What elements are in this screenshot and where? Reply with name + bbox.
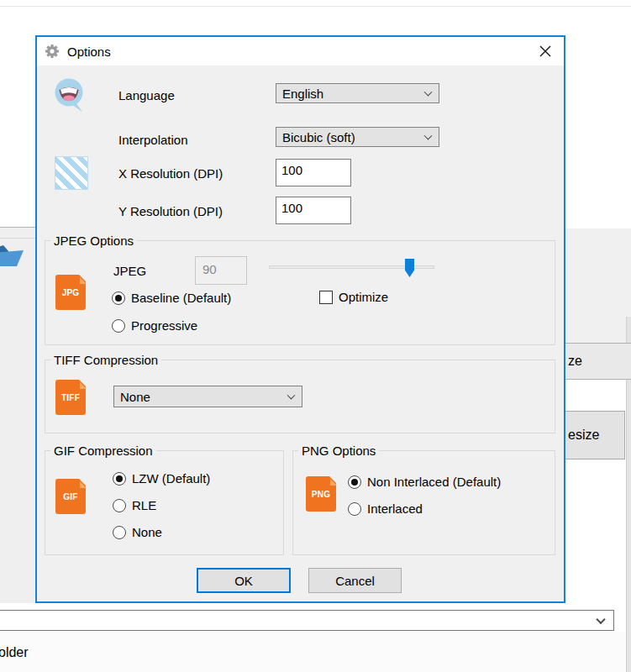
background-toolbar-line xyxy=(0,238,37,239)
background-bottom-area xyxy=(0,632,626,672)
gif-icon-text: GIF xyxy=(63,492,77,501)
y-resolution-label: Y Resolution (DPI) xyxy=(118,204,223,218)
tiff-compression-select[interactable]: None xyxy=(113,386,302,407)
folder-icon[interactable] xyxy=(0,241,25,275)
radio-gif-none-circle xyxy=(113,526,126,539)
interpolation-select[interactable]: Bicubic (soft) xyxy=(276,127,439,147)
language-select[interactable]: English xyxy=(276,83,439,103)
background-combobox[interactable] xyxy=(0,610,614,631)
radio-gif-none-label: None xyxy=(132,525,162,539)
png-icon-text: PNG xyxy=(312,490,330,499)
radio-progressive[interactable]: Progressive xyxy=(112,318,197,333)
cancel-button[interactable]: Cancel xyxy=(308,568,402,593)
jpeg-options-group: JPEG Options JPG JPEG 90 Baseline (Defau… xyxy=(45,240,555,345)
chevron-down-icon xyxy=(424,88,433,97)
radio-interlaced-circle xyxy=(348,502,361,516)
background-divider xyxy=(0,6,631,7)
background-panel xyxy=(565,228,631,343)
striped-square-icon xyxy=(55,156,88,190)
language-selected-value: English xyxy=(282,87,323,101)
tiff-group-label: TIFF Compression xyxy=(50,353,161,367)
tiff-compression-group: TIFF Compression TIFF None xyxy=(45,360,555,433)
x-resolution-label: X Resolution (DPI) xyxy=(118,166,223,181)
ok-button[interactable]: OK xyxy=(197,568,291,593)
interpolation-selected-value: Bicubic (soft) xyxy=(282,130,355,144)
speech-bubble-icon xyxy=(51,76,90,115)
radio-lzw[interactable]: LZW (Default) xyxy=(113,471,210,486)
jpg-file-icon: JPG xyxy=(55,275,86,310)
checkbox-optimize[interactable]: Optimize xyxy=(319,290,388,304)
checkbox-optimize-label: Optimize xyxy=(339,290,388,304)
gif-compression-group: GIF Compression GIF LZW (Default) RLE No… xyxy=(45,450,284,555)
interpolation-label: Interpolation xyxy=(118,133,188,147)
png-group-label: PNG Options xyxy=(298,444,379,458)
language-label: Language xyxy=(118,88,175,102)
radio-interlaced[interactable]: Interlaced xyxy=(348,501,423,516)
radio-baseline[interactable]: Baseline (Default) xyxy=(112,291,231,305)
radio-non-interlaced-label: Non Interlaced (Default) xyxy=(367,475,501,489)
gif-file-icon: GIF xyxy=(55,479,86,514)
chevron-down-icon xyxy=(424,132,433,140)
jpeg-quality-slider-thumb[interactable] xyxy=(405,259,414,277)
gear-icon xyxy=(45,44,60,59)
radio-lzw-circle xyxy=(113,472,126,486)
tiff-icon-text: TIFF xyxy=(61,393,80,402)
background-toolbar xyxy=(0,227,37,603)
screen: ze esize older Options xyxy=(0,0,631,672)
gif-group-label: GIF Compression xyxy=(50,444,156,458)
chevron-down-icon xyxy=(596,614,605,623)
dialog-title: Options xyxy=(67,45,111,59)
jpeg-quality-input: 90 xyxy=(195,256,247,285)
png-options-group: PNG Options PNG Non Interlaced (Default)… xyxy=(292,450,555,555)
radio-gif-none[interactable]: None xyxy=(113,525,162,539)
close-icon[interactable] xyxy=(536,42,555,60)
radio-progressive-label: Progressive xyxy=(131,318,197,333)
jpeg-group-label: JPEG Options xyxy=(50,234,137,248)
radio-rle[interactable]: RLE xyxy=(113,498,156,512)
radio-rle-label: RLE xyxy=(132,498,156,512)
chevron-down-icon xyxy=(287,391,296,400)
radio-rle-circle xyxy=(113,499,126,512)
x-resolution-input[interactable]: 100 xyxy=(276,159,351,186)
jpeg-field-label: JPEG xyxy=(113,264,146,278)
radio-interlaced-label: Interlaced xyxy=(367,501,423,516)
radio-baseline-circle xyxy=(112,291,125,305)
png-file-icon: PNG xyxy=(306,476,336,512)
options-dialog: Options Language English Interpolation B… xyxy=(35,35,565,603)
tiff-file-icon: TIFF xyxy=(55,380,86,415)
radio-non-interlaced-circle xyxy=(348,475,361,489)
checkbox-optimize-box xyxy=(319,291,333,304)
y-resolution-input[interactable]: 100 xyxy=(276,197,351,224)
radio-non-interlaced[interactable]: Non Interlaced (Default) xyxy=(348,475,501,489)
tiff-selected-value: None xyxy=(120,390,150,404)
radio-lzw-label: LZW (Default) xyxy=(132,471,210,486)
radio-progressive-circle xyxy=(112,319,125,333)
dialog-titlebar: Options xyxy=(37,37,564,66)
jpg-icon-text: JPG xyxy=(62,288,80,297)
partial-folder-text: older xyxy=(0,645,29,660)
radio-baseline-label: Baseline (Default) xyxy=(131,291,231,305)
